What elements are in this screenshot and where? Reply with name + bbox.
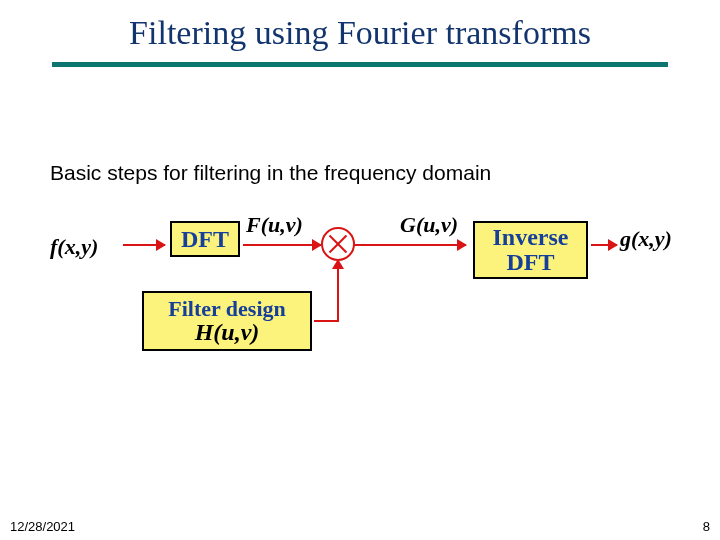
- slide: Filtering using Fourier transforms Basic…: [0, 0, 720, 540]
- block-idft-line2: DFT: [507, 250, 555, 275]
- label-Fuv: F(u,v): [246, 212, 303, 238]
- footer-date: 12/28/2021: [10, 519, 75, 534]
- block-idft-line1: Inverse: [493, 225, 569, 250]
- multiply-node-icon: [321, 227, 355, 261]
- diagram-caption: Basic steps for filtering in the frequen…: [50, 161, 491, 185]
- block-filter-design: Filter design H(u,v): [142, 291, 312, 351]
- footer-page-number: 8: [703, 519, 710, 534]
- label-gxy: g(x,y): [620, 226, 672, 252]
- connector-line: [314, 320, 339, 322]
- block-idft: Inverse DFT: [473, 221, 588, 279]
- arrow-icon: [123, 244, 165, 246]
- arrow-icon: [591, 244, 617, 246]
- label-fxy: f(x,y): [50, 234, 98, 260]
- label-Guv: G(u,v): [400, 212, 458, 238]
- block-dft: DFT: [170, 221, 240, 257]
- slide-title: Filtering using Fourier transforms: [0, 14, 720, 52]
- arrow-up-icon: [337, 260, 339, 320]
- title-underline: [52, 62, 668, 67]
- block-dft-label: DFT: [181, 226, 229, 253]
- arrow-icon: [243, 244, 321, 246]
- filter-design-formula: H(u,v): [195, 320, 260, 345]
- filter-design-label: Filter design: [168, 297, 286, 320]
- arrow-icon: [354, 244, 466, 246]
